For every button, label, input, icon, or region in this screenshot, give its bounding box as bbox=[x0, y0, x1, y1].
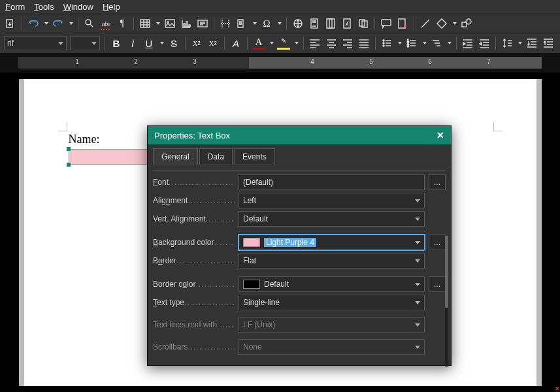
para-spacing-inc-button[interactable] bbox=[525, 37, 538, 50]
color-swatch bbox=[243, 280, 260, 289]
insert-textbox-icon[interactable] bbox=[196, 17, 209, 30]
prop-bgcolor-more-button[interactable]: ... bbox=[429, 235, 446, 250]
prop-bordercolor-more-button[interactable]: ... bbox=[429, 276, 446, 292]
font-color-button[interactable]: A bbox=[252, 37, 265, 50]
align-right-button[interactable] bbox=[341, 37, 354, 50]
align-center-button[interactable] bbox=[325, 37, 338, 50]
menu-form[interactable]: FFormorm bbox=[5, 2, 25, 12]
bullet-list-button[interactable] bbox=[380, 37, 393, 50]
redo-icon[interactable] bbox=[52, 17, 65, 30]
insert-image-icon[interactable] bbox=[163, 17, 176, 30]
font-color-dropdown[interactable] bbox=[270, 42, 274, 44]
bookmark-icon[interactable] bbox=[324, 17, 337, 30]
line-spacing-button[interactable] bbox=[501, 37, 514, 50]
svg-point-4 bbox=[167, 22, 169, 24]
number-list-button[interactable]: 123 bbox=[405, 37, 418, 50]
formatting-marks-icon[interactable]: ¶ bbox=[116, 17, 129, 30]
basic-shapes-icon[interactable] bbox=[435, 17, 448, 30]
shapes-dropdown[interactable] bbox=[453, 22, 457, 25]
prop-scrollbars-field: None bbox=[239, 339, 425, 355]
redo-dropdown[interactable] bbox=[69, 22, 73, 25]
prop-font-more-button[interactable]: ... bbox=[429, 174, 446, 190]
page-break-icon[interactable] bbox=[219, 17, 232, 30]
field-dropdown[interactable] bbox=[253, 22, 257, 25]
footnote-icon[interactable] bbox=[308, 17, 321, 30]
menu-window[interactable]: Window bbox=[63, 2, 93, 12]
comment-icon[interactable] bbox=[357, 17, 370, 30]
clear-formatting-button[interactable]: A✕ bbox=[229, 37, 242, 50]
table-icon[interactable] bbox=[139, 17, 152, 30]
menu-help[interactable]: Help bbox=[103, 2, 120, 12]
prop-valign-field[interactable]: Default bbox=[239, 211, 425, 227]
insert-field-icon[interactable] bbox=[235, 17, 248, 30]
bold-button[interactable]: B bbox=[110, 37, 123, 50]
svg-rect-19 bbox=[437, 19, 446, 28]
close-icon[interactable]: ✕ bbox=[436, 130, 444, 140]
tab-events[interactable]: Events bbox=[234, 148, 275, 165]
prop-bgcolor-field[interactable]: Light Purple 4 bbox=[239, 235, 425, 250]
color-swatch bbox=[243, 238, 260, 247]
justify-button[interactable] bbox=[357, 37, 371, 50]
outline-button[interactable] bbox=[430, 37, 443, 50]
svg-rect-5 bbox=[184, 24, 185, 27]
draw-functions-icon[interactable] bbox=[460, 17, 473, 30]
subscript-button[interactable]: X2 bbox=[206, 37, 220, 50]
strikethrough-button[interactable]: S bbox=[167, 37, 180, 50]
italic-button[interactable]: I bbox=[126, 37, 139, 50]
undo-dropdown[interactable] bbox=[44, 22, 48, 25]
track-changes-icon[interactable] bbox=[396, 17, 409, 30]
outline-dropdown[interactable] bbox=[448, 42, 452, 44]
insert-chart-icon[interactable] bbox=[180, 17, 193, 30]
export-pdf-icon[interactable] bbox=[4, 17, 17, 30]
chevron-down-icon bbox=[415, 283, 420, 286]
horizontal-ruler[interactable]: 1 2 3 4 5 6 7 bbox=[0, 53, 560, 73]
margin-mark bbox=[58, 122, 67, 131]
prop-border-field[interactable]: Flat bbox=[239, 253, 425, 269]
highlight-button[interactable]: ✎ bbox=[277, 37, 290, 50]
hyperlink-icon[interactable] bbox=[291, 17, 305, 30]
font-size-combo[interactable] bbox=[70, 36, 100, 50]
chevron-down-icon bbox=[415, 218, 420, 221]
menu-tools[interactable]: Tools bbox=[34, 2, 54, 12]
tab-general[interactable]: General bbox=[153, 148, 198, 165]
spellcheck-icon[interactable]: abc bbox=[99, 17, 112, 30]
highlight-dropdown[interactable] bbox=[295, 42, 299, 44]
increase-indent-button[interactable] bbox=[461, 37, 474, 50]
dialog-titlebar[interactable]: Properties: Text Box ✕ bbox=[148, 126, 451, 144]
superscript-button[interactable]: X2 bbox=[190, 37, 203, 50]
number-dropdown[interactable] bbox=[423, 42, 427, 44]
dialog-scrollbar[interactable] bbox=[445, 236, 448, 367]
prop-border-label: Border bbox=[153, 256, 235, 265]
tab-data[interactable]: Data bbox=[199, 148, 233, 165]
align-left-button[interactable] bbox=[308, 37, 321, 50]
cross-ref-icon[interactable] bbox=[340, 17, 354, 30]
svg-point-1 bbox=[86, 20, 91, 25]
prop-alignment-field[interactable]: Left bbox=[239, 193, 425, 208]
prop-texttype-field[interactable]: Single-line bbox=[239, 295, 425, 310]
table-dropdown[interactable] bbox=[156, 22, 160, 25]
svg-rect-17 bbox=[382, 20, 391, 25]
insert-comment-icon[interactable] bbox=[380, 17, 393, 30]
underline-button[interactable]: U bbox=[142, 37, 156, 50]
special-char-icon[interactable]: Ω bbox=[260, 17, 273, 30]
separator bbox=[303, 37, 304, 50]
prop-scrollbars-label: Scrollbars bbox=[153, 342, 235, 351]
undo-icon[interactable] bbox=[27, 17, 40, 30]
font-name-combo[interactable]: rif bbox=[4, 36, 67, 50]
scrollbar-thumb[interactable] bbox=[445, 236, 448, 308]
bullet-dropdown[interactable] bbox=[398, 42, 402, 44]
find-replace-icon[interactable] bbox=[83, 17, 96, 30]
menubar: FFormorm Tools Window Help bbox=[0, 0, 560, 14]
line-spacing-dropdown[interactable] bbox=[518, 42, 522, 44]
prop-bordercolor-field[interactable]: Default bbox=[239, 276, 425, 292]
prop-bordercolor-label: Border color bbox=[153, 280, 235, 289]
prop-font-field[interactable]: (Default) bbox=[239, 174, 425, 190]
formatting-toolbar: rif B I U S X2 X2 A✕ A ✎ 123 bbox=[0, 33, 560, 53]
special-char-dropdown[interactable] bbox=[278, 22, 282, 25]
underline-dropdown[interactable] bbox=[160, 42, 164, 44]
para-spacing-dec-button[interactable] bbox=[542, 37, 555, 50]
prop-eol-label: Text lines end with bbox=[153, 320, 235, 329]
decrease-indent-button[interactable] bbox=[478, 37, 491, 50]
separator bbox=[224, 37, 225, 50]
line-icon[interactable] bbox=[419, 17, 432, 30]
